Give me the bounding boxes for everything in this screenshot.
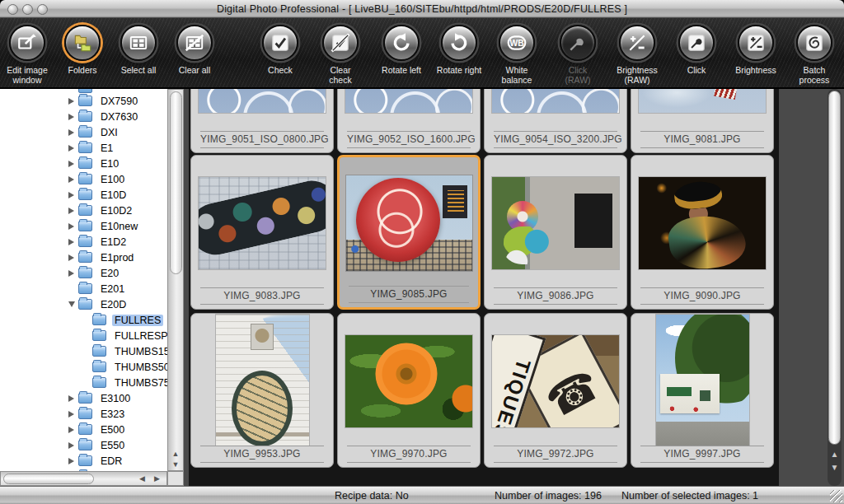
tool-clear-check-button[interactable]: Clearcheck <box>306 23 375 87</box>
disclosure-right-icon[interactable] <box>68 458 78 464</box>
folder-label: EDR <box>98 455 124 467</box>
folder-row-edr[interactable]: EDR <box>0 453 167 469</box>
scroll-left-arrow-icon[interactable]: ◀ <box>139 474 145 484</box>
disclosure-right-icon[interactable] <box>68 411 78 418</box>
folder-label: E201 <box>98 283 127 295</box>
folder-icon <box>78 252 92 263</box>
filename-separator-lines: YIMG_9081.JPG <box>640 131 764 148</box>
scroll-up-arrow-icon[interactable]: ▲ <box>168 449 183 459</box>
disclosure-right-icon[interactable] <box>68 442 78 449</box>
tool-batch-process-button[interactable]: Batchprocess <box>780 23 844 87</box>
disclosure-down-icon[interactable] <box>68 301 78 307</box>
folder-row-e323[interactable]: E323 <box>0 406 167 422</box>
filename-separator-lines: YIMG_9997.JPG <box>640 446 764 463</box>
folder-label: E10 <box>98 158 121 170</box>
thumbnail-cell-YIMG_9054_ISO_3200.JPG[interactable]: YIMG_9054_ISO_3200.JPG <box>484 89 627 153</box>
thumbnail-cell-YIMG_9090.JPG[interactable]: YIMG_9090.JPG <box>631 155 774 310</box>
folder-label: FULLRES <box>112 315 163 326</box>
recipe-data-status: Recipe data: No <box>335 490 409 502</box>
folder-label: E1D2 <box>98 236 129 248</box>
scroll-down-arrow-icon[interactable]: ▼ <box>168 460 183 469</box>
folder-row-thumbs75[interactable]: THUMBS75 <box>0 375 167 390</box>
folder-row-e10new[interactable]: E10new <box>0 218 167 234</box>
disclosure-right-icon[interactable] <box>68 114 78 120</box>
folder-row-e3100[interactable]: E3100 <box>0 390 167 406</box>
dropper-dim-icon <box>560 25 596 61</box>
filename-label: YIMG_9081.JPG <box>640 133 764 145</box>
thumbnail-cell-YIMG_9970.JPG[interactable]: YIMG_9970.JPG <box>337 313 481 468</box>
folder-row-e10d2[interactable]: E10D2 <box>0 203 167 218</box>
thumbnail-cell-YIMG_9953.JPG[interactable]: YIMG_9953.JPG <box>190 313 334 468</box>
folder-row-dx7590[interactable]: DX7590 <box>0 93 167 109</box>
folder-row-thumbs150[interactable]: THUMBS150 <box>0 343 167 359</box>
folder-row-e100[interactable]: E100 <box>0 171 167 187</box>
disclosure-right-icon[interactable] <box>68 192 78 198</box>
folder-label: THUMBS50 <box>112 362 167 373</box>
sidebar-horizontal-scrollbar-thumb[interactable] <box>3 474 94 484</box>
thumbnail-imagebox <box>631 314 773 446</box>
thumbnail-cell-YIMG_9997.JPG[interactable]: YIMG_9997.JPG <box>631 313 774 468</box>
folder-row-e1[interactable]: E1 <box>0 140 167 156</box>
thumbnail-cell-YIMG_9052_ISO_1600.JPG[interactable]: YIMG_9052_ISO_1600.JPG <box>337 89 481 153</box>
folder-icon <box>78 205 92 216</box>
disclosure-right-icon[interactable] <box>68 223 78 230</box>
folder-row-e1prod[interactable]: E1prod <box>0 250 167 265</box>
thumbnail-cell-YIMG_9081.JPG[interactable]: YIMG_9081.JPG <box>631 89 774 153</box>
thumbnail-cell-YIMG_9051_ISO_0800.JPG[interactable]: YIMG_9051_ISO_0800.JPG <box>190 89 334 153</box>
thumbnail-imagebox <box>338 89 480 131</box>
thumbnail-cell-YIMG_9085.JPG[interactable]: YIMG_9085.JPG <box>337 155 481 310</box>
thumbnail-image <box>639 89 766 113</box>
folder-row-e500[interactable]: E500 <box>0 422 167 437</box>
tool-white-balance-button[interactable]: WBWhitebalance <box>482 23 551 87</box>
folder-row-fullresprod[interactable]: FULLRESPROD <box>0 328 167 343</box>
thumbnail-imagebox <box>631 89 773 131</box>
disclosure-right-icon[interactable] <box>68 254 78 261</box>
thumbnail-cell-YIMG_9972.JPG[interactable]: YIMG_9972.JPG <box>484 313 627 468</box>
folder-row-e10[interactable]: E10 <box>0 156 167 171</box>
sidebar-vertical-scrollbar-thumb[interactable] <box>170 91 182 274</box>
folder-row-dxi[interactable]: DXI <box>0 124 167 140</box>
folder-row-e201[interactable]: E201 <box>0 281 167 296</box>
disclosure-right-icon[interactable] <box>68 176 78 183</box>
grid-scroll-down-arrow-icon[interactable]: ▼ <box>828 463 842 472</box>
thumbnail-cell-YIMG_9083.JPG[interactable]: YIMG_9083.JPG <box>190 155 334 310</box>
sidebar-horizontal-scrollbar[interactable]: ◀ ▶ <box>0 471 167 486</box>
disclosure-right-icon[interactable] <box>68 98 78 105</box>
disclosure-right-icon[interactable] <box>68 145 78 152</box>
folder-row-e550[interactable]: E550 <box>0 437 167 453</box>
folder-label: E1prod <box>98 252 136 264</box>
folder-row-e1d2[interactable]: E1D2 <box>0 234 167 250</box>
folder-row-thumbs50[interactable]: THUMBS50 <box>0 359 167 375</box>
disclosure-right-icon[interactable] <box>68 239 78 245</box>
folder-row-e20d[interactable]: E20D <box>0 296 167 312</box>
window-resize-grip[interactable] <box>830 490 842 502</box>
folder-row-e20[interactable]: E20 <box>0 265 167 281</box>
tool-check-button[interactable]: Check <box>246 23 315 87</box>
status-bar: Recipe data: No Number of images: 196 Nu… <box>0 486 844 504</box>
sidebar-vertical-scrollbar[interactable]: ▲ ▼ <box>167 89 184 471</box>
grid-scroll-up-arrow-icon[interactable]: ▲ <box>828 450 842 459</box>
folder-label: E3100 <box>98 393 133 404</box>
disclosure-right-icon[interactable] <box>68 161 78 167</box>
folder-row-fullres[interactable]: FULLRES <box>0 312 167 328</box>
thumbnail-cell-YIMG_9086.JPG[interactable]: YIMG_9086.JPG <box>484 155 627 310</box>
folder-row-dx7630[interactable]: DX7630 <box>0 109 167 124</box>
disclosure-right-icon[interactable] <box>68 129 78 136</box>
folder-label: E323 <box>98 408 127 420</box>
filename-label: YIMG_9051_ISO_0800.JPG <box>200 133 324 145</box>
thumbnail-image <box>346 175 472 271</box>
disclosure-right-icon[interactable] <box>68 270 78 277</box>
thumbnail-image <box>199 89 326 113</box>
grid-vertical-scrollbar[interactable]: ▲ ▼ <box>828 89 842 486</box>
app-window: Digital Photo Professional - [ LiveBU_16… <box>0 0 844 504</box>
tool-clear-all-button[interactable]: Clear all <box>160 23 229 87</box>
disclosure-right-icon[interactable] <box>68 208 78 214</box>
folder-icon <box>78 158 92 169</box>
grid-vertical-scrollbar-thumb[interactable] <box>828 91 841 445</box>
filename-label: YIMG_9997.JPG <box>640 448 764 460</box>
disclosure-right-icon[interactable] <box>68 427 78 433</box>
disclosure-right-icon[interactable] <box>68 395 78 402</box>
folder-row-e10d[interactable]: E10D <box>0 187 167 203</box>
scroll-right-arrow-icon[interactable]: ▶ <box>154 474 160 484</box>
folder-label: E1 <box>98 142 115 154</box>
